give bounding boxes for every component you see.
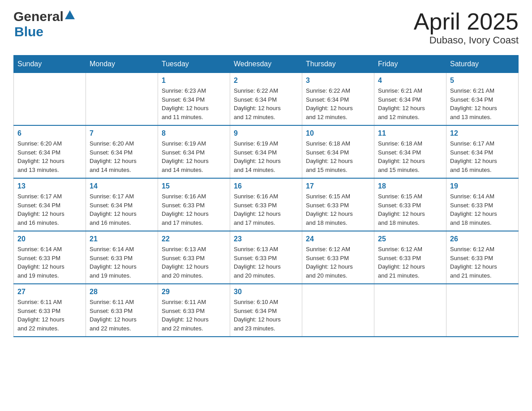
day-info: Sunrise: 6:12 AM Sunset: 6:33 PM Dayligh… [306,245,370,280]
calendar-cell: 4Sunrise: 6:21 AM Sunset: 6:34 PM Daylig… [374,73,446,126]
day-number: 27 [17,288,82,296]
calendar-cell: 17Sunrise: 6:15 AM Sunset: 6:33 PM Dayli… [302,178,374,231]
day-info: Sunrise: 6:19 AM Sunset: 6:34 PM Dayligh… [162,139,226,174]
day-number: 21 [90,235,154,243]
day-number: 23 [234,235,298,243]
calendar-cell: 15Sunrise: 6:16 AM Sunset: 6:33 PM Dayli… [158,178,230,231]
day-info: Sunrise: 6:16 AM Sunset: 6:33 PM Dayligh… [234,192,298,227]
day-number: 5 [450,77,515,85]
day-info: Sunrise: 6:15 AM Sunset: 6:33 PM Dayligh… [306,192,370,227]
day-info: Sunrise: 6:12 AM Sunset: 6:33 PM Dayligh… [378,245,442,280]
day-number: 16 [234,182,298,190]
day-info: Sunrise: 6:22 AM Sunset: 6:34 PM Dayligh… [234,86,298,121]
day-info: Sunrise: 6:14 AM Sunset: 6:33 PM Dayligh… [90,245,154,280]
day-number: 9 [234,129,298,137]
day-info: Sunrise: 6:21 AM Sunset: 6:34 PM Dayligh… [378,86,442,121]
day-info: Sunrise: 6:21 AM Sunset: 6:34 PM Dayligh… [450,86,515,121]
day-info: Sunrise: 6:12 AM Sunset: 6:33 PM Dayligh… [450,245,515,280]
calendar-cell: 9Sunrise: 6:19 AM Sunset: 6:34 PM Daylig… [230,125,302,178]
calendar-cell: 26Sunrise: 6:12 AM Sunset: 6:33 PM Dayli… [446,231,519,284]
day-number: 1 [162,77,226,85]
calendar-cell [302,284,374,337]
calendar-cell [14,73,86,126]
weekday-header-wednesday: Wednesday [230,56,302,73]
calendar-cell [446,284,519,337]
day-info: Sunrise: 6:11 AM Sunset: 6:33 PM Dayligh… [90,298,154,333]
weekday-header-thursday: Thursday [302,56,374,73]
week-row-5: 27Sunrise: 6:11 AM Sunset: 6:33 PM Dayli… [14,284,519,337]
day-number: 25 [378,235,442,243]
day-number: 8 [162,129,226,137]
logo: General Blue [13,9,75,39]
calendar-cell: 8Sunrise: 6:19 AM Sunset: 6:34 PM Daylig… [158,125,230,178]
day-info: Sunrise: 6:18 AM Sunset: 6:34 PM Dayligh… [306,139,370,174]
weekday-header-saturday: Saturday [446,56,519,73]
calendar-table: SundayMondayTuesdayWednesdayThursdayFrid… [13,55,519,337]
day-info: Sunrise: 6:20 AM Sunset: 6:34 PM Dayligh… [17,139,82,174]
calendar-cell: 10Sunrise: 6:18 AM Sunset: 6:34 PM Dayli… [302,125,374,178]
day-number: 17 [306,182,370,190]
day-number: 26 [450,235,515,243]
calendar-cell: 20Sunrise: 6:14 AM Sunset: 6:33 PM Dayli… [14,231,86,284]
calendar-cell: 18Sunrise: 6:15 AM Sunset: 6:33 PM Dayli… [374,178,446,231]
calendar-title-block: April 2025 Dubaso, Ivory Coast [414,9,519,46]
weekday-header-row: SundayMondayTuesdayWednesdayThursdayFrid… [14,56,519,73]
calendar-cell: 29Sunrise: 6:11 AM Sunset: 6:33 PM Dayli… [158,284,230,337]
day-number: 28 [90,288,154,296]
calendar-cell: 12Sunrise: 6:17 AM Sunset: 6:34 PM Dayli… [446,125,519,178]
day-info: Sunrise: 6:13 AM Sunset: 6:33 PM Dayligh… [234,245,298,280]
day-info: Sunrise: 6:14 AM Sunset: 6:33 PM Dayligh… [17,245,82,280]
day-number: 24 [306,235,370,243]
calendar-cell: 2Sunrise: 6:22 AM Sunset: 6:34 PM Daylig… [230,73,302,126]
weekday-header-friday: Friday [374,56,446,73]
calendar-cell [374,284,446,337]
page-header: General Blue April 2025 Dubaso, Ivory Co… [13,9,519,46]
day-info: Sunrise: 6:11 AM Sunset: 6:33 PM Dayligh… [162,298,226,333]
calendar-cell: 14Sunrise: 6:17 AM Sunset: 6:34 PM Dayli… [86,178,158,231]
day-info: Sunrise: 6:19 AM Sunset: 6:34 PM Dayligh… [234,139,298,174]
day-number: 3 [306,77,370,85]
day-number: 10 [306,129,370,137]
weekday-header-sunday: Sunday [14,56,86,73]
day-number: 18 [378,182,442,190]
day-number: 29 [162,288,226,296]
logo-general-text: General [13,9,64,24]
calendar-cell: 3Sunrise: 6:22 AM Sunset: 6:34 PM Daylig… [302,73,374,126]
calendar-title: April 2025 [414,9,519,34]
day-number: 4 [378,77,442,85]
weekday-header-monday: Monday [86,56,158,73]
day-info: Sunrise: 6:15 AM Sunset: 6:33 PM Dayligh… [378,192,442,227]
day-info: Sunrise: 6:16 AM Sunset: 6:33 PM Dayligh… [162,192,226,227]
day-number: 20 [17,235,82,243]
calendar-subtitle: Dubaso, Ivory Coast [414,34,519,46]
day-number: 6 [17,129,82,137]
logo-blue-text: Blue [14,24,43,39]
day-number: 14 [90,182,154,190]
calendar-cell: 22Sunrise: 6:13 AM Sunset: 6:33 PM Dayli… [158,231,230,284]
calendar-cell: 5Sunrise: 6:21 AM Sunset: 6:34 PM Daylig… [446,73,519,126]
calendar-cell: 7Sunrise: 6:20 AM Sunset: 6:34 PM Daylig… [86,125,158,178]
day-info: Sunrise: 6:20 AM Sunset: 6:34 PM Dayligh… [90,139,154,174]
calendar-cell: 13Sunrise: 6:17 AM Sunset: 6:34 PM Dayli… [14,178,86,231]
day-info: Sunrise: 6:23 AM Sunset: 6:34 PM Dayligh… [162,86,226,121]
calendar-cell: 16Sunrise: 6:16 AM Sunset: 6:33 PM Dayli… [230,178,302,231]
day-info: Sunrise: 6:17 AM Sunset: 6:34 PM Dayligh… [450,139,515,174]
calendar-cell: 27Sunrise: 6:11 AM Sunset: 6:33 PM Dayli… [14,284,86,337]
calendar-cell: 19Sunrise: 6:14 AM Sunset: 6:33 PM Dayli… [446,178,519,231]
day-info: Sunrise: 6:14 AM Sunset: 6:33 PM Dayligh… [450,192,515,227]
day-info: Sunrise: 6:17 AM Sunset: 6:34 PM Dayligh… [17,192,82,227]
weekday-header-tuesday: Tuesday [158,56,230,73]
logo-triangle-icon [65,10,75,21]
day-number: 2 [234,77,298,85]
day-number: 15 [162,182,226,190]
calendar-cell: 30Sunrise: 6:10 AM Sunset: 6:34 PM Dayli… [230,284,302,337]
day-info: Sunrise: 6:18 AM Sunset: 6:34 PM Dayligh… [378,139,442,174]
calendar-cell: 1Sunrise: 6:23 AM Sunset: 6:34 PM Daylig… [158,73,230,126]
day-info: Sunrise: 6:17 AM Sunset: 6:34 PM Dayligh… [90,192,154,227]
day-number: 13 [17,182,82,190]
week-row-1: 1Sunrise: 6:23 AM Sunset: 6:34 PM Daylig… [14,73,519,126]
calendar-cell: 6Sunrise: 6:20 AM Sunset: 6:34 PM Daylig… [14,125,86,178]
calendar-cell: 25Sunrise: 6:12 AM Sunset: 6:33 PM Dayli… [374,231,446,284]
day-number: 22 [162,235,226,243]
calendar-cell: 28Sunrise: 6:11 AM Sunset: 6:33 PM Dayli… [86,284,158,337]
